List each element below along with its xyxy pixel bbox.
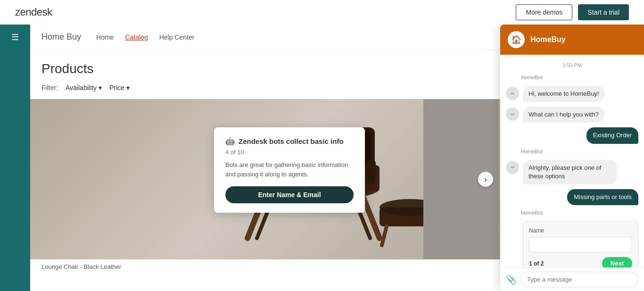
filter-label: Filter: — [41, 84, 58, 91]
bot-label-1: HomeBot — [521, 75, 638, 80]
chat-brand: HomeBuy — [530, 35, 566, 44]
tooltip-overlay: 🤖 Zendesk bots collect basic info 4 of 1… — [214, 127, 365, 213]
chat-header: 🏠 HomeBuy — [500, 25, 644, 55]
form-page-info: 1 of 2 — [529, 260, 544, 267]
name-form-card: Name 1 of 2 Next — [523, 221, 638, 267]
chat-body[interactable]: 3:50 PM HomeBot •• Hi, welcome to HomeBu… — [500, 55, 644, 267]
zendesk-logo: zendesk — [15, 6, 52, 18]
svg-line-10 — [382, 226, 387, 245]
user-bubble-1: Existing Order — [586, 127, 638, 143]
bot-avatar-3: •• — [506, 161, 519, 174]
enter-name-email-button[interactable]: Enter Name & Email — [225, 186, 354, 203]
chat-widget: 🏠 HomeBuy 3:50 PM HomeBot •• Hi, welcome… — [500, 25, 644, 291]
user-bubble-2: Missing parts or tools — [567, 189, 638, 205]
panel-arrow[interactable]: › — [478, 172, 493, 187]
chat-footer: 📎 — [500, 267, 644, 291]
bot-bubble-1: Hi, welcome to HomeBuy! — [523, 86, 605, 102]
start-trial-button[interactable]: Start a trial — [578, 4, 629, 20]
nav-home[interactable]: Home — [96, 33, 114, 41]
nav-help-center[interactable]: Help Center — [159, 33, 195, 41]
store-brand: Home Buy — [41, 32, 81, 42]
price-filter[interactable]: Price ▾ — [109, 84, 130, 91]
bot-label-2: HomeBot — [521, 149, 638, 154]
chat-input[interactable] — [520, 272, 638, 287]
tooltip-step: 4 of 10 — [225, 149, 354, 156]
user-msg-1: Existing Order — [506, 127, 638, 143]
more-demos-button[interactable]: More demos — [516, 4, 572, 20]
sidebar: ☰ — [0, 25, 30, 291]
chat-bot-row-2: •• What can I help you with? — [506, 107, 638, 123]
availability-filter[interactable]: Availability ▾ — [66, 84, 102, 91]
menu-icon[interactable]: ☰ — [11, 32, 19, 42]
top-bar: zendesk More demos Start a trial — [0, 0, 644, 25]
bot-bubble-2: What can I help you with? — [523, 107, 604, 123]
nav-catalog[interactable]: Catalog — [125, 33, 148, 41]
bot-avatar-2: •• — [506, 108, 519, 121]
attach-icon[interactable]: 📎 — [506, 274, 516, 285]
main-wrapper: ☰ Home Buy Home Catalog Help Center Prod… — [0, 25, 644, 291]
tooltip-title: Zendesk bots collect basic info — [239, 137, 344, 145]
chat-bot-row-3: •• Alrighty, please pick one of these op… — [506, 160, 638, 184]
store-area: Home Buy Home Catalog Help Center Produc… — [30, 25, 644, 291]
bot-bubble-3: Alrighty, please pick one of these optio… — [523, 160, 617, 184]
next-button[interactable]: Next — [602, 257, 632, 267]
tooltip-header: 🤖 Zendesk bots collect basic info — [225, 137, 354, 146]
chat-logo-icon: 🏠 — [508, 31, 525, 48]
bot-avatar-1: •• — [506, 87, 519, 100]
name-input[interactable] — [529, 237, 632, 252]
chat-timestamp: 3:50 PM — [506, 62, 638, 68]
robot-icon: 🤖 — [225, 137, 235, 146]
bot-label-3: HomeBot — [521, 210, 638, 216]
user-msg-2: Missing parts or tools — [506, 189, 638, 205]
svg-rect-13 — [365, 160, 376, 184]
tooltip-body: Bots are great for gathering basic infor… — [225, 160, 354, 179]
chat-bot-row-1: •• Hi, welcome to HomeBuy! — [506, 86, 638, 102]
name-field-label: Name — [529, 227, 632, 234]
top-bar-actions: More demos Start a trial — [516, 4, 629, 20]
form-pagination: 1 of 2 Next — [529, 257, 632, 267]
